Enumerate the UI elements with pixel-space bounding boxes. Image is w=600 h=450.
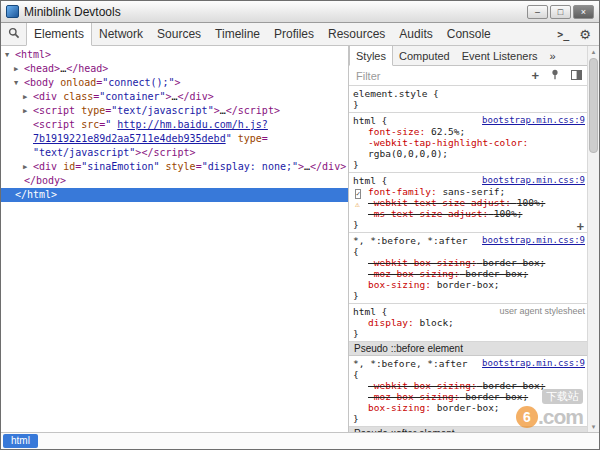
sidebar-tab-more[interactable]: » [544,46,562,65]
tab-console[interactable]: Console [440,23,498,45]
css-property[interactable]: -webkit-box-sizing: border-box; [353,257,585,268]
dom-tree-line[interactable]: </body> [1,174,348,188]
style-rule: bootstrap.min.css:9html {font-size: 62.5… [349,113,587,173]
css-property[interactable]: font-size: 62.5%; [353,126,585,137]
style-rule: bootstrap.min.css:9html {✓font-family: s… [349,173,587,233]
twisty-icon[interactable]: ▶ [23,160,33,174]
styles-scrollbar[interactable]: ▴ ▾ [587,46,599,432]
style-rule: element.style {} [349,86,587,113]
minimize-button[interactable]: – [527,5,548,19]
twisty-spacer [23,146,33,160]
twisty-spacer [23,132,33,146]
element-state-icon[interactable] [571,69,582,83]
stylesheet-origin-label: user agent stylesheet [499,306,585,317]
magnifier-icon [8,27,20,42]
stylesheet-link[interactable]: bootstrap.min.css:9 [482,115,585,126]
css-property[interactable]: -webkit-tap-highlight-color: rgba(0,0,0,… [353,137,585,159]
window-controls: –□× [527,5,594,19]
dom-tree-line[interactable]: ▶<script type="text/javascript">…</scrip… [1,104,348,118]
styles-filter-input[interactable] [354,69,444,83]
css-property[interactable]: -moz-box-sizing: border-box; [353,268,585,279]
new-style-rule-icon[interactable]: + [531,69,539,82]
style-rule: user agent stylesheethtml {display: bloc… [349,304,587,342]
dom-tree-line[interactable]: ▶<head>…</head> [1,62,348,76]
twisty-spacer [5,188,15,202]
styles-pane-toolbar: + [531,69,582,83]
scrollbar-thumb[interactable] [589,58,598,153]
twisty-spacer [23,118,33,132]
dom-tree-line[interactable]: ▶<div id="sinaEmotion" style="display: n… [1,160,348,174]
twisty-icon[interactable]: ▶ [14,62,24,76]
scroll-up-icon[interactable]: ▴ [588,46,599,57]
style-rule: bootstrap.min.css:9*, *:before, *:after … [349,233,587,304]
rule-selector[interactable]: bootstrap.min.css:9html { [353,115,585,126]
title-bar: Miniblink Devtools –□× [1,1,599,23]
rule-selector[interactable]: element.style { [353,88,585,99]
breadcrumb-html[interactable]: html [3,434,38,448]
dom-tree-line[interactable]: ▼<html> [1,48,348,62]
tab-elements[interactable]: Elements [26,23,92,46]
css-property[interactable]: ✓font-family: sans-serif; [353,186,585,197]
console-drawer-icon[interactable]: >_ [557,29,569,40]
sidebar-tab-event-listeners[interactable]: Event Listeners [456,46,544,65]
css-property[interactable]: box-sizing: border-box; [353,402,585,413]
inspect-element-button[interactable] [1,23,26,45]
breadcrumb-bar: html [1,432,599,449]
stylesheet-link[interactable]: bootstrap.min.css:9 [482,358,585,369]
twisty-icon[interactable]: ▶ [23,90,33,104]
scroll-down-icon[interactable]: ▾ [588,421,599,432]
settings-gear-icon[interactable]: ⚙ [579,28,591,41]
dom-tree-line[interactable]: <script src=" http://hm.baidu.com/h.js? [1,118,348,132]
css-property[interactable]: display: block; [353,317,585,328]
devtools-window: Miniblink Devtools –□× ElementsNetworkSo… [0,0,600,450]
maximize-button[interactable]: □ [550,5,571,19]
tab-audits[interactable]: Audits [392,23,439,45]
pin-icon[interactable] [550,69,560,83]
tab-timeline[interactable]: Timeline [208,23,267,45]
dom-tree-line[interactable]: </html> [1,188,348,202]
pseudo-element-header: Pseudo ::before element [349,342,587,356]
tab-resources[interactable]: Resources [321,23,392,45]
dom-tree-line[interactable]: ▼<body onload="connect();"> [1,76,348,90]
close-button[interactable]: × [573,5,594,19]
stylesheet-link[interactable]: bootstrap.min.css:9 [482,175,585,186]
toolbar-tabs: ElementsNetworkSourcesTimelineProfilesRe… [26,23,498,45]
rule-selector[interactable]: bootstrap.min.css:9*, *:before, *:after … [353,358,585,380]
tab-sources[interactable]: Sources [150,23,208,45]
sidebar-tab-bar: StylesComputedEvent Listeners» [349,46,587,66]
css-property[interactable]: box-sizing: border-box; [353,279,585,290]
style-rule: bootstrap.min.css:9*, *:before, *:after … [349,356,587,427]
main-toolbar: ElementsNetworkSourcesTimelineProfilesRe… [1,23,599,46]
resource-link[interactable]: 7b1919221e89d2aa5711e4deb935debd [33,133,226,144]
resource-link[interactable]: http://hm.baidu.com/h.js? [117,119,268,130]
tab-network[interactable]: Network [92,23,150,45]
sidebar-tab-computed[interactable]: Computed [393,46,456,65]
main-split: ▼<html>▶<head>…</head>▼<body onload="con… [1,46,599,432]
styles-filter-bar: + [349,66,587,86]
css-property[interactable]: -ms-text-size-adjust: 100%; [353,208,585,219]
css-property[interactable]: -webkit-box-sizing: border-box; [353,380,585,391]
tab-profiles[interactable]: Profiles [267,23,321,45]
css-property[interactable]: ⚠-webkit-text-size-adjust: 100%; [353,197,585,208]
insert-rule-plus-icon[interactable]: + [577,222,584,232]
toolbar-right: >_ ⚙ [557,23,599,45]
twisty-icon[interactable]: ▼ [5,48,15,62]
stylesheet-link[interactable]: bootstrap.min.css:9 [482,235,585,246]
sidebar-tab-styles[interactable]: Styles [349,46,393,66]
styles-rules-list: element.style {}bootstrap.min.css:9html … [349,86,587,432]
dom-tree-line[interactable]: "text/javascript"></script> [1,146,348,160]
elements-panel: ▼<html>▶<head>…</head>▼<body onload="con… [1,46,349,432]
rule-selector[interactable]: bootstrap.min.css:9*, *:before, *:after … [353,235,585,257]
rule-selector[interactable]: user agent stylesheethtml { [353,306,585,317]
twisty-icon[interactable]: ▶ [23,104,33,118]
rule-selector[interactable]: bootstrap.min.css:9html { [353,175,585,186]
styles-sidebar: StylesComputedEvent Listeners» + element… [349,46,587,432]
dom-tree-line[interactable]: ▶<div class="container">…</div> [1,90,348,104]
window-title: Miniblink Devtools [24,5,121,19]
dom-tree-line[interactable]: 7b1919221e89d2aa5711e4deb935debd" type= [1,132,348,146]
twisty-spacer [14,174,24,188]
twisty-icon[interactable]: ▼ [14,76,24,90]
app-icon [6,5,19,18]
css-property[interactable]: -moz-box-sizing: border-box; [353,391,585,402]
dom-tree: ▼<html>▶<head>…</head>▼<body onload="con… [1,48,348,202]
